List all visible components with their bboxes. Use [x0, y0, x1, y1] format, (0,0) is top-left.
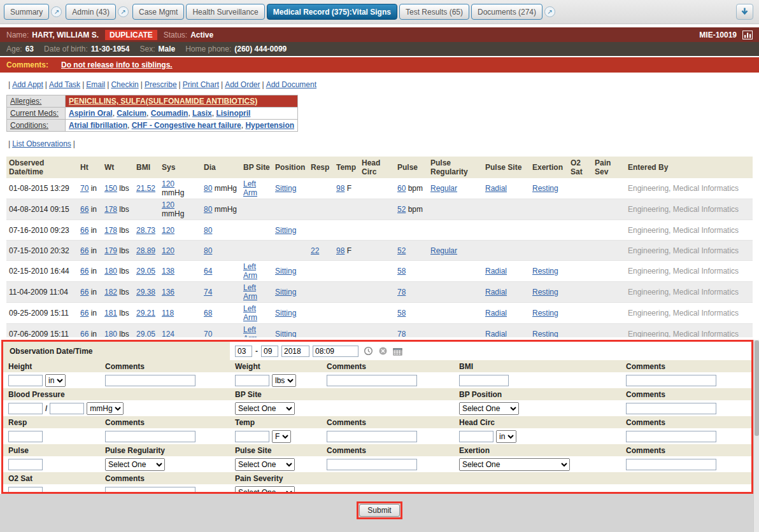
chf-congestive-heart-failure-link[interactable]: CHF - Congestive heart failure: [132, 121, 241, 130]
observation-value-link[interactable]: 28.73: [136, 226, 155, 235]
chart-id[interactable]: MIE-10019: [699, 31, 737, 39]
observation-value-link[interactable]: 68: [204, 309, 212, 318]
pain-severity-select[interactable]: Select One: [235, 486, 295, 494]
observation-value-link[interactable]: Sitting: [275, 184, 296, 193]
observation-value-link[interactable]: Radial: [485, 267, 507, 276]
o2-sat-value-input[interactable]: [8, 487, 43, 494]
download-button[interactable]: [736, 4, 753, 20]
observation-value-link[interactable]: 120: [162, 179, 174, 188]
observation-value-link[interactable]: 179: [104, 246, 117, 255]
date-year-input[interactable]: [281, 346, 309, 357]
observation-value-link[interactable]: 66: [80, 246, 89, 255]
resp-comments-input[interactable]: [105, 431, 195, 442]
tab-documents-274[interactable]: Documents (274): [471, 4, 543, 20]
observation-value-link[interactable]: Left Arm: [243, 325, 257, 337]
observation-value-link[interactable]: Left Arm: [243, 283, 257, 301]
temp-value-input[interactable]: [235, 431, 269, 442]
observation-value-link[interactable]: 29.05: [136, 267, 155, 276]
prescribe-link[interactable]: Prescribe: [145, 80, 177, 89]
observation-value-link[interactable]: 74: [204, 288, 212, 297]
current-meds-label-link[interactable]: Current Meds:: [10, 109, 59, 118]
observation-value-link[interactable]: Sitting: [275, 309, 296, 318]
observation-value-link[interactable]: 182: [104, 288, 117, 297]
observation-value-link[interactable]: 21.52: [136, 184, 155, 193]
observation-value-link[interactable]: 66: [80, 309, 89, 318]
tab-case-mgmt[interactable]: Case Mgmt: [132, 4, 184, 20]
conditions-label-link[interactable]: Conditions:: [10, 121, 48, 130]
add-order-link[interactable]: Add Order: [225, 80, 260, 89]
clear-datetime-icon[interactable]: [378, 346, 388, 356]
tab-summary[interactable]: Summary: [4, 4, 49, 20]
hypertension-link[interactable]: Hypertension: [245, 121, 294, 130]
temp-comments-input[interactable]: [327, 431, 417, 442]
observation-value-link[interactable]: 52: [397, 205, 406, 214]
observation-value-link[interactable]: Resting: [532, 288, 558, 297]
date-month-input[interactable]: [235, 346, 252, 357]
observation-value-link[interactable]: 66: [80, 288, 89, 297]
observation-value-link[interactable]: 70: [204, 330, 212, 337]
duplicate-badge[interactable]: DUPLICATE: [105, 30, 157, 40]
head-circ-value-input[interactable]: [459, 431, 493, 442]
observation-value-link[interactable]: 138: [162, 267, 174, 276]
observation-value-link[interactable]: 80: [204, 226, 212, 235]
lasix-link[interactable]: Lasix: [192, 109, 212, 118]
observation-value-link[interactable]: Resting: [532, 330, 558, 337]
add-task-link[interactable]: Add Task: [49, 80, 80, 89]
observation-value-link[interactable]: 66: [80, 226, 89, 235]
observation-value-link[interactable]: 58: [397, 309, 406, 318]
observation-value-link[interactable]: 118: [162, 309, 174, 318]
bmi-comments-input[interactable]: [626, 375, 716, 386]
weight-unit-select[interactable]: lbs: [272, 374, 296, 387]
add-document-link[interactable]: Add Document: [266, 80, 316, 89]
observation-value-link[interactable]: 22: [311, 246, 319, 255]
observation-value-link[interactable]: Radial: [485, 309, 507, 318]
observation-value-link[interactable]: 180: [104, 330, 117, 337]
observation-value-link[interactable]: Sitting: [275, 288, 296, 297]
scrollbar-thumb[interactable]: [755, 340, 759, 436]
observation-value-link[interactable]: 178: [104, 226, 117, 235]
observation-value-link[interactable]: 120: [162, 226, 174, 235]
o2-sat-comments-input[interactable]: [105, 487, 195, 494]
observation-value-link[interactable]: 120: [162, 200, 174, 209]
print-chart-link[interactable]: Print Chart: [183, 80, 219, 89]
head-circ-comments-input[interactable]: [626, 431, 716, 442]
lisinopril-link[interactable]: Lisinopril: [216, 109, 250, 118]
observation-value-link[interactable]: 180: [104, 267, 117, 276]
tab-admin-43[interactable]: Admin (43): [66, 4, 116, 20]
checkin-link[interactable]: Checkin: [111, 80, 138, 89]
height-comments-input[interactable]: [105, 375, 195, 386]
observation-value-link[interactable]: 80: [204, 184, 212, 193]
observation-value-link[interactable]: 66: [80, 330, 89, 337]
vertical-scrollbar[interactable]: [753, 340, 759, 532]
patient-name[interactable]: HART, WILLIAM S.: [32, 31, 99, 39]
bp-comments-input[interactable]: [626, 403, 716, 414]
pulse-regularity-select[interactable]: Select One: [105, 458, 165, 471]
observation-value-link[interactable]: 80: [204, 205, 212, 214]
observation-value-link[interactable]: 181: [104, 309, 117, 318]
observation-value-link[interactable]: 66: [80, 267, 89, 276]
observation-value-link[interactable]: Left Arm: [243, 304, 257, 322]
flowsheet-chart-icon[interactable]: [742, 31, 753, 39]
observation-value-link[interactable]: 28.89: [136, 246, 155, 255]
observation-value-link[interactable]: 80: [204, 246, 212, 255]
bp-position-select[interactable]: Select One: [459, 402, 519, 415]
observation-value-link[interactable]: 70: [80, 184, 89, 193]
observation-value-link[interactable]: 98: [336, 184, 344, 193]
coumadin-link[interactable]: Coumadin: [151, 109, 188, 118]
observation-value-link[interactable]: 178: [104, 205, 117, 214]
tab-test-results-65[interactable]: Test Results (65): [399, 4, 469, 20]
weight-value-input[interactable]: [235, 375, 269, 386]
observation-value-link[interactable]: Regular: [430, 246, 457, 255]
bmi-value-input[interactable]: [459, 375, 509, 386]
tab-popout-icon[interactable]: ↗: [544, 6, 555, 17]
height-unit-select[interactable]: in: [45, 374, 66, 387]
weight-comments-input[interactable]: [327, 375, 417, 386]
observation-value-link[interactable]: Resting: [532, 267, 558, 276]
observation-value-link[interactable]: 136: [162, 288, 174, 297]
exertion-comments-input[interactable]: [626, 459, 716, 470]
head-circ-unit-select[interactable]: in: [496, 430, 516, 443]
observation-value-link[interactable]: 60: [397, 184, 406, 193]
atrial-fibrillation-link[interactable]: Atrial fibrillation: [69, 121, 127, 130]
aspirin-oral-link[interactable]: Aspirin Oral: [69, 109, 113, 118]
bp-systolic-input[interactable]: [8, 403, 43, 414]
